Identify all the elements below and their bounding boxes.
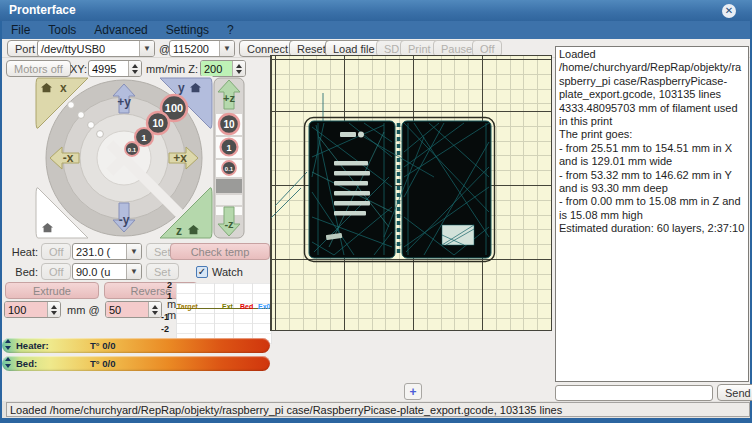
zoom-in-button[interactable]: + [404, 383, 422, 400]
send-button[interactable]: Send [717, 384, 752, 401]
menu-bar: File Tools Advanced Settings ? [2, 21, 750, 39]
title-bar[interactable]: Pronterface ✕ [0, 0, 752, 21]
z-distance-0-1[interactable]: 0.1 [222, 161, 236, 175]
svg-text:y: y [178, 81, 185, 95]
bed-temp-select[interactable]: 90.0 (u ▼ [72, 263, 142, 280]
heat-temp-select[interactable]: 231.0 ( ▼ [72, 243, 142, 260]
gcode-viewer[interactable] [270, 55, 552, 331]
graph-ytick: -2 [155, 324, 169, 334]
graph-ytick: 2 [158, 280, 172, 290]
graph-ytick: -1 [155, 312, 169, 322]
svg-text:-y: -y [119, 213, 130, 227]
bed-set-button: Set [146, 263, 179, 280]
svg-text:+y: +y [117, 95, 131, 109]
check-temp-button[interactable]: Check temp [170, 243, 270, 260]
svg-text:z: z [176, 224, 182, 238]
gauge-stepper-icon[interactable] [5, 339, 11, 350]
z-jog-column: +z 10 1 0.1 -z [214, 78, 244, 238]
graph-legend-ex0: Ex0 [258, 303, 270, 310]
pronterface-window: Pronterface ✕ File Tools Advanced Settin… [0, 0, 752, 423]
graph-ytick: 1 [158, 291, 172, 301]
extrude-length-stepper[interactable]: 100 [4, 301, 61, 318]
chevron-down-icon[interactable]: ▼ [219, 41, 234, 56]
heater-gauge[interactable]: Heater: T° 0/0 [2, 338, 270, 353]
svg-text:10: 10 [152, 118, 164, 129]
graph-legend-bed: Bed [240, 303, 253, 310]
svg-text:+z: +z [223, 92, 235, 104]
menu-item-tools[interactable]: Tools [39, 21, 85, 39]
svg-text:0.1: 0.1 [225, 166, 234, 172]
bed-off-button: Off [41, 263, 71, 280]
svg-text:10: 10 [223, 119, 235, 130]
graph-legend-ext: Ext [222, 303, 233, 310]
window-title: Pronterface [9, 3, 76, 17]
close-icon[interactable]: ✕ [722, 4, 736, 18]
mm-at-label: mm @ [67, 304, 100, 316]
svg-text:x: x [60, 81, 67, 95]
baud-select[interactable]: 115200 ▼ [169, 40, 235, 57]
command-input[interactable] [555, 385, 713, 401]
gauge-stepper-icon[interactable] [5, 357, 11, 368]
z-distance-1[interactable]: 1 [221, 139, 238, 156]
xy-speed-label: XY: [70, 63, 87, 75]
motors-off-button[interactable]: Motors off [6, 60, 71, 77]
menu-item-advanced[interactable]: Advanced [85, 21, 156, 39]
log-output[interactable]: Loaded /home/churchyard/RepRap/objekty/r… [555, 46, 749, 382]
chevron-down-icon[interactable]: ▼ [126, 264, 141, 279]
bed-label: Bed: [8, 266, 38, 278]
bed-gauge[interactable]: Bed: T° 0/0 [2, 356, 270, 371]
svg-text:-z: -z [224, 218, 234, 230]
svg-text:-x: -x [63, 151, 74, 165]
stepper-arrows-icon[interactable] [128, 61, 141, 76]
svg-text:1: 1 [226, 143, 231, 153]
extrude-button[interactable]: Extrude [5, 282, 99, 299]
chevron-down-icon[interactable]: ▼ [126, 244, 141, 259]
heat-label: Heat: [8, 246, 38, 258]
stepper-arrows-icon[interactable] [232, 61, 245, 76]
plus-icon: + [409, 386, 416, 398]
watch-checkbox[interactable]: ✓ Watch [196, 266, 243, 278]
status-bar: Loaded /home/churchyard/RepRap/objekty/r… [2, 401, 750, 418]
svg-text:100: 100 [165, 102, 183, 114]
check-icon[interactable]: ✓ [196, 266, 208, 278]
jog-distance-1[interactable]: 1 [135, 128, 153, 146]
svg-text:1: 1 [141, 133, 146, 143]
z-speed-label: mm/min Z: [146, 63, 198, 75]
gcode-print-preview [271, 56, 551, 330]
stepper-arrows-icon[interactable] [47, 302, 60, 317]
graph-legend-target: Target [177, 303, 198, 310]
svg-text:0.1: 0.1 [128, 147, 137, 153]
status-text: Loaded /home/churchyard/RepRap/objekty/r… [6, 402, 750, 417]
temperature-graph: Target Ext Bed Ex0 [176, 283, 272, 344]
watch-label: Watch [212, 266, 243, 278]
chevron-down-icon[interactable]: ▼ [139, 41, 154, 56]
jog-pad[interactable]: +y -y -x +x x y z [28, 76, 246, 240]
jog-distance-0-1[interactable]: 0.1 [125, 142, 139, 156]
svg-text:+x: +x [173, 151, 187, 165]
port-select[interactable]: /dev/ttyUSB0 ▼ [37, 40, 155, 57]
menu-item-settings[interactable]: Settings [157, 21, 218, 39]
z-speed-stepper[interactable]: 200 [200, 60, 246, 77]
extrude-speed-stepper[interactable]: 50 [105, 301, 162, 318]
heat-off-button: Off [41, 243, 71, 260]
menu-item-help[interactable]: ? [218, 21, 243, 39]
z-distance-10[interactable]: 10 [219, 114, 239, 134]
menu-item-file[interactable]: File [2, 21, 39, 39]
xy-speed-stepper[interactable]: 4995 [88, 60, 142, 77]
